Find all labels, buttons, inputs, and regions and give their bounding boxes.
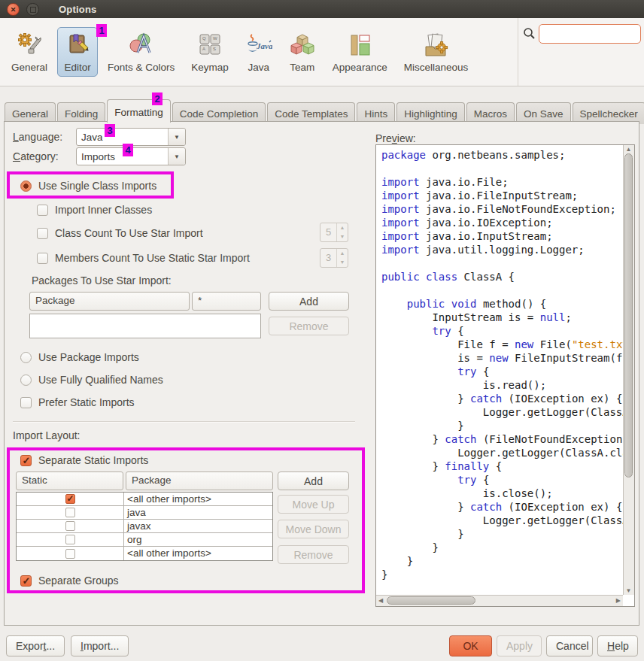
vertical-scrollbar-thumb[interactable] bbox=[624, 153, 633, 478]
toolbar-item-general[interactable]: General bbox=[5, 27, 54, 77]
import-button[interactable]: Import... bbox=[71, 635, 129, 656]
checkbox-icon[interactable] bbox=[37, 228, 48, 239]
scroll-up-icon[interactable]: ▲ bbox=[624, 146, 633, 153]
import-layout-header-static[interactable]: Static bbox=[16, 471, 123, 490]
toolbar-label: Appearance bbox=[333, 62, 387, 73]
checkbox-separate-static-imports[interactable]: Separate Static Imports bbox=[20, 453, 148, 467]
radio-use-fully-qualified-names[interactable]: Use Fully Qualified Names bbox=[20, 373, 163, 387]
star-import-package-header[interactable]: Package bbox=[29, 292, 190, 311]
editor-icon bbox=[64, 32, 91, 59]
svg-text:S: S bbox=[213, 47, 216, 51]
star-import-label: Packages To Use Star Import: bbox=[32, 274, 172, 287]
svg-text:W: W bbox=[213, 36, 217, 41]
ok-button[interactable]: OK bbox=[449, 635, 492, 656]
horizontal-scrollbar-thumb[interactable] bbox=[387, 596, 475, 605]
table-row[interactable]: <all other imports> bbox=[17, 547, 272, 560]
toolbar-label: Java bbox=[248, 62, 270, 73]
static-checkbox[interactable] bbox=[65, 549, 75, 559]
import-layout-add-button[interactable]: Add bbox=[278, 471, 349, 490]
static-checkbox[interactable] bbox=[65, 535, 75, 544]
scroll-right-icon[interactable]: ▶ bbox=[616, 596, 621, 605]
annotation-badge-4: 4 bbox=[123, 144, 133, 156]
toolbar-item-editor[interactable]: Editor bbox=[57, 27, 98, 77]
svg-text:A: A bbox=[202, 47, 205, 51]
checkbox-import-inner-classes[interactable]: Import Inner Classes bbox=[37, 203, 152, 217]
preview-code: package org.netbeans.samples; import jav… bbox=[376, 145, 623, 595]
package-cell[interactable]: <all other imports> bbox=[124, 547, 272, 560]
window-title: Options bbox=[59, 4, 97, 15]
static-checkbox[interactable] bbox=[65, 494, 75, 504]
members-count-spinner[interactable]: 3 ▲▼ bbox=[320, 248, 348, 268]
checkbox-icon[interactable] bbox=[20, 575, 32, 587]
export-button[interactable]: Export... bbox=[6, 635, 65, 656]
class-count-spinner[interactable]: 5 ▲▼ bbox=[320, 223, 348, 242]
help-button[interactable]: Help bbox=[597, 635, 638, 656]
star-import-add-button[interactable]: Add bbox=[269, 292, 349, 311]
toolbar-item-appearance[interactable]: Appearance bbox=[326, 27, 394, 77]
apply-button[interactable]: Apply bbox=[497, 635, 542, 656]
toolbar-item-fonts-colors[interactable]: Fonts & Colors bbox=[101, 27, 181, 77]
package-cell[interactable]: java bbox=[124, 506, 272, 519]
import-layout-table-body: <all other imports>javajavaxorg<all othe… bbox=[16, 492, 273, 561]
spinner-down-icon[interactable]: ▼ bbox=[337, 258, 348, 267]
annotation-badge-3: 3 bbox=[105, 124, 115, 137]
table-row[interactable]: org bbox=[17, 533, 272, 547]
toolbar-item-keymap[interactable]: QWAS Keymap bbox=[184, 27, 235, 77]
scroll-left-icon[interactable]: ◀ bbox=[378, 596, 383, 605]
category-label: Category: bbox=[13, 150, 59, 162]
toolbar-item-miscellaneous[interactable]: Miscellaneous bbox=[397, 27, 475, 77]
checkbox-icon[interactable] bbox=[20, 455, 32, 466]
star-import-star-header[interactable]: * bbox=[192, 292, 261, 311]
star-import-table-body[interactable] bbox=[29, 314, 261, 338]
spinner-up-icon[interactable]: ▲ bbox=[337, 249, 348, 258]
import-layout-header-package[interactable]: Package bbox=[126, 471, 273, 490]
package-cell[interactable]: javax bbox=[124, 520, 272, 532]
close-window-icon[interactable] bbox=[7, 3, 20, 16]
chevron-down-icon[interactable]: ▼ bbox=[168, 129, 185, 145]
horizontal-scrollbar[interactable]: ◀ ▶ bbox=[376, 595, 623, 606]
vertical-scrollbar[interactable]: ▲ ▼ bbox=[623, 145, 634, 595]
spinner-value: 3 bbox=[320, 249, 336, 267]
appearance-icon bbox=[346, 32, 373, 59]
import-layout-remove-button[interactable]: Remove bbox=[278, 545, 349, 564]
cancel-button[interactable]: Cancel bbox=[546, 635, 593, 656]
checkbox-icon[interactable] bbox=[37, 205, 48, 216]
table-row[interactable]: javax bbox=[17, 520, 272, 533]
import-layout-move-up-button[interactable]: Move Up bbox=[278, 495, 349, 514]
scroll-down-icon[interactable]: ▼ bbox=[624, 587, 633, 594]
spinner-up-icon[interactable]: ▲ bbox=[337, 223, 348, 232]
checkbox-separate-groups[interactable]: Separate Groups bbox=[20, 574, 119, 587]
toolbar-item-java[interactable]: Java Java bbox=[238, 27, 279, 77]
fonts-colors-icon bbox=[128, 32, 155, 59]
radio-icon[interactable] bbox=[20, 180, 32, 192]
star-import-remove-button[interactable]: Remove bbox=[269, 317, 349, 335]
radio-use-package-imports[interactable]: Use Package Imports bbox=[20, 350, 139, 364]
toolbar-item-team[interactable]: Team bbox=[282, 27, 323, 77]
package-cell[interactable]: <all other imports> bbox=[124, 493, 272, 505]
checkbox-icon[interactable] bbox=[37, 253, 48, 264]
spinner-value: 5 bbox=[320, 223, 336, 241]
radio-use-single-class-imports[interactable]: Use Single Class Imports bbox=[20, 179, 156, 193]
chevron-down-icon[interactable]: ▼ bbox=[168, 148, 185, 165]
spinner-down-icon[interactable]: ▼ bbox=[337, 232, 348, 241]
svg-text:Java: Java bbox=[256, 41, 272, 50]
static-checkbox[interactable] bbox=[65, 508, 75, 517]
checkbox-icon[interactable] bbox=[20, 397, 32, 408]
search-icon bbox=[523, 27, 536, 40]
maximize-window-icon[interactable] bbox=[26, 3, 39, 16]
table-row[interactable]: <all other imports> bbox=[17, 493, 272, 506]
static-checkbox[interactable] bbox=[65, 521, 75, 531]
radio-icon[interactable] bbox=[20, 374, 32, 386]
toolbar-label: General bbox=[11, 62, 47, 73]
keymap-icon: QWAS bbox=[196, 32, 223, 59]
radio-icon[interactable] bbox=[20, 352, 32, 363]
checkbox-members-count-static-star-import[interactable]: Members Count To Use Static Star Import bbox=[37, 251, 250, 265]
import-layout-move-down-button[interactable]: Move Down bbox=[278, 520, 349, 538]
checkbox-class-count-star-import[interactable]: Class Count To Use Star Import bbox=[37, 226, 203, 240]
checkbox-prefer-static-imports[interactable]: Prefer Static Imports bbox=[20, 396, 135, 409]
table-row[interactable]: java bbox=[17, 506, 272, 520]
package-cell[interactable]: org bbox=[124, 533, 272, 546]
search-input[interactable] bbox=[539, 24, 641, 44]
formatting-panel: Language: Java ▼ Category: Imports ▼ Use… bbox=[4, 121, 639, 626]
options-dialog: Options bbox=[0, 0, 644, 661]
